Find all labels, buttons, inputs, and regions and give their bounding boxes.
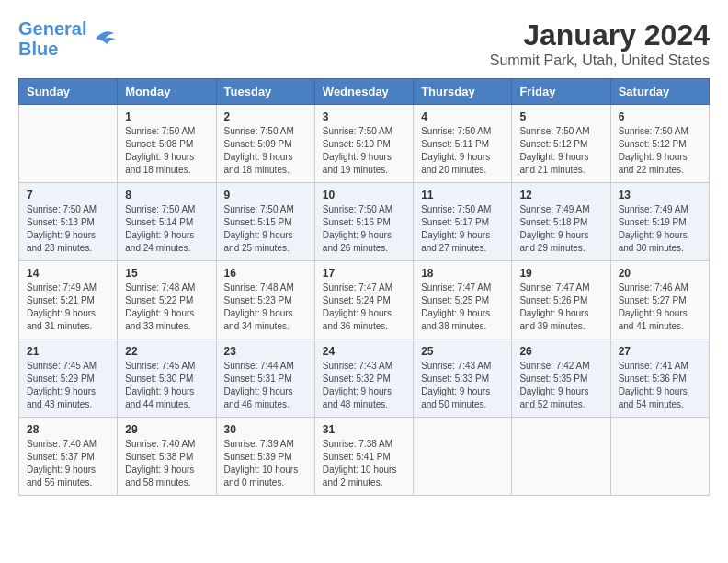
calendar-cell: 24Sunrise: 7:43 AMSunset: 5:32 PMDayligh… [314,339,413,418]
calendar-cell: 21Sunrise: 7:45 AMSunset: 5:29 PMDayligh… [19,339,118,418]
calendar-cell: 1Sunrise: 7:50 AMSunset: 5:08 PMDaylight… [118,105,216,183]
calendar-cell: 10Sunrise: 7:50 AMSunset: 5:16 PMDayligh… [314,183,413,261]
day-number: 17 [323,267,405,280]
calendar-cell: 11Sunrise: 7:50 AMSunset: 5:17 PMDayligh… [414,183,512,261]
cell-content: Sunrise: 7:50 AMSunset: 5:10 PMDaylight:… [323,125,405,177]
day-number: 10 [323,189,405,201]
calendar-week-row: 21Sunrise: 7:45 AMSunset: 5:29 PMDayligh… [19,339,710,418]
calendar-cell [610,418,709,496]
day-number: 9 [224,189,307,201]
weekday-header-monday: Monday [118,79,216,105]
weekday-header-tuesday: Tuesday [216,79,314,105]
calendar-cell: 27Sunrise: 7:41 AMSunset: 5:36 PMDayligh… [610,339,709,418]
calendar-body: 1Sunrise: 7:50 AMSunset: 5:08 PMDaylight… [19,105,710,496]
logo-text: GeneralBlue [18,18,86,59]
day-number: 22 [125,345,208,358]
day-number: 31 [323,423,405,436]
calendar-cell: 20Sunrise: 7:46 AMSunset: 5:27 PMDayligh… [610,261,709,339]
day-number: 12 [519,189,602,201]
calendar-cell: 13Sunrise: 7:49 AMSunset: 5:19 PMDayligh… [610,183,709,261]
day-number: 2 [224,110,307,123]
day-number: 20 [619,267,701,280]
title-block: January 2024 Summit Park, Utah, United S… [490,18,710,69]
cell-content: Sunrise: 7:47 AMSunset: 5:25 PMDaylight:… [421,282,504,333]
day-number: 27 [619,345,701,358]
day-number: 4 [421,110,504,123]
calendar-cell: 30Sunrise: 7:39 AMSunset: 5:39 PMDayligh… [216,418,314,496]
day-number: 18 [421,267,504,280]
day-number: 23 [224,345,307,358]
weekday-header-friday: Friday [512,79,610,105]
cell-content: Sunrise: 7:50 AMSunset: 5:16 PMDaylight:… [323,203,405,255]
calendar-cell: 6Sunrise: 7:50 AMSunset: 5:12 PMDaylight… [610,105,709,183]
calendar-cell [414,418,512,496]
cell-content: Sunrise: 7:50 AMSunset: 5:17 PMDaylight:… [421,203,504,255]
cell-content: Sunrise: 7:50 AMSunset: 5:15 PMDaylight:… [224,203,307,255]
calendar-cell: 8Sunrise: 7:50 AMSunset: 5:14 PMDaylight… [118,183,216,261]
cell-content: Sunrise: 7:50 AMSunset: 5:08 PMDaylight:… [125,125,208,177]
day-number: 26 [519,345,602,358]
cell-content: Sunrise: 7:50 AMSunset: 5:11 PMDaylight:… [421,125,504,177]
day-number: 14 [27,267,109,280]
cell-content: Sunrise: 7:48 AMSunset: 5:23 PMDaylight:… [224,282,307,333]
day-number: 28 [27,423,109,436]
cell-content: Sunrise: 7:50 AMSunset: 5:14 PMDaylight:… [125,203,208,255]
cell-content: Sunrise: 7:43 AMSunset: 5:32 PMDaylight:… [323,360,405,411]
weekday-header-row: SundayMondayTuesdayWednesdayThursdayFrid… [19,79,710,105]
cell-content: Sunrise: 7:50 AMSunset: 5:09 PMDaylight:… [224,125,307,177]
day-number: 15 [125,267,208,280]
weekday-header-sunday: Sunday [19,79,118,105]
cell-content: Sunrise: 7:44 AMSunset: 5:31 PMDaylight:… [224,360,307,411]
calendar-week-row: 28Sunrise: 7:40 AMSunset: 5:37 PMDayligh… [19,418,710,496]
cell-content: Sunrise: 7:40 AMSunset: 5:37 PMDaylight:… [27,438,109,489]
calendar-cell: 22Sunrise: 7:45 AMSunset: 5:30 PMDayligh… [118,339,216,418]
cell-content: Sunrise: 7:49 AMSunset: 5:18 PMDaylight:… [519,203,602,255]
calendar-cell: 31Sunrise: 7:38 AMSunset: 5:41 PMDayligh… [314,418,413,496]
main-title: January 2024 [490,18,710,52]
cell-content: Sunrise: 7:47 AMSunset: 5:26 PMDaylight:… [519,282,602,333]
calendar-cell: 4Sunrise: 7:50 AMSunset: 5:11 PMDaylight… [414,105,512,183]
calendar-cell: 7Sunrise: 7:50 AMSunset: 5:13 PMDaylight… [19,183,118,261]
day-number: 21 [27,345,109,358]
cell-content: Sunrise: 7:41 AMSunset: 5:36 PMDaylight:… [619,360,701,411]
cell-content: Sunrise: 7:50 AMSunset: 5:12 PMDaylight:… [619,125,701,177]
cell-content: Sunrise: 7:50 AMSunset: 5:12 PMDaylight:… [519,125,602,177]
cell-content: Sunrise: 7:43 AMSunset: 5:33 PMDaylight:… [421,360,504,411]
calendar-header: SundayMondayTuesdayWednesdayThursdayFrid… [19,79,710,105]
day-number: 6 [619,110,701,123]
calendar-cell: 28Sunrise: 7:40 AMSunset: 5:37 PMDayligh… [19,418,118,496]
calendar-cell: 25Sunrise: 7:43 AMSunset: 5:33 PMDayligh… [414,339,512,418]
cell-content: Sunrise: 7:39 AMSunset: 5:39 PMDaylight:… [224,438,307,489]
subtitle: Summit Park, Utah, United States [490,52,710,69]
day-number: 7 [27,189,109,201]
calendar-week-row: 7Sunrise: 7:50 AMSunset: 5:13 PMDaylight… [19,183,710,261]
cell-content: Sunrise: 7:46 AMSunset: 5:27 PMDaylight:… [619,282,701,333]
calendar-cell: 12Sunrise: 7:49 AMSunset: 5:18 PMDayligh… [512,183,610,261]
cell-content: Sunrise: 7:49 AMSunset: 5:19 PMDaylight:… [619,203,701,255]
cell-content: Sunrise: 7:38 AMSunset: 5:41 PMDaylight:… [323,438,405,489]
calendar-cell: 15Sunrise: 7:48 AMSunset: 5:22 PMDayligh… [118,261,216,339]
calendar-cell: 19Sunrise: 7:47 AMSunset: 5:26 PMDayligh… [512,261,610,339]
calendar-table: SundayMondayTuesdayWednesdayThursdayFrid… [18,78,710,496]
calendar-cell: 9Sunrise: 7:50 AMSunset: 5:15 PMDaylight… [216,183,314,261]
cell-content: Sunrise: 7:50 AMSunset: 5:13 PMDaylight:… [27,203,109,255]
calendar-week-row: 14Sunrise: 7:49 AMSunset: 5:21 PMDayligh… [19,261,710,339]
cell-content: Sunrise: 7:40 AMSunset: 5:38 PMDaylight:… [125,438,208,489]
cell-content: Sunrise: 7:45 AMSunset: 5:30 PMDaylight:… [125,360,208,411]
day-number: 30 [224,423,307,436]
calendar-cell [19,105,118,183]
calendar-cell: 18Sunrise: 7:47 AMSunset: 5:25 PMDayligh… [414,261,512,339]
calendar-cell [512,418,610,496]
cell-content: Sunrise: 7:47 AMSunset: 5:24 PMDaylight:… [323,282,405,333]
calendar-cell: 14Sunrise: 7:49 AMSunset: 5:21 PMDayligh… [19,261,118,339]
day-number: 5 [519,110,602,123]
calendar-cell: 26Sunrise: 7:42 AMSunset: 5:35 PMDayligh… [512,339,610,418]
calendar-cell: 29Sunrise: 7:40 AMSunset: 5:38 PMDayligh… [118,418,216,496]
calendar-cell: 5Sunrise: 7:50 AMSunset: 5:12 PMDaylight… [512,105,610,183]
day-number: 3 [323,110,405,123]
cell-content: Sunrise: 7:49 AMSunset: 5:21 PMDaylight:… [27,282,109,333]
day-number: 13 [619,189,701,201]
cell-content: Sunrise: 7:48 AMSunset: 5:22 PMDaylight:… [125,282,208,333]
day-number: 1 [125,110,208,123]
calendar-cell: 16Sunrise: 7:48 AMSunset: 5:23 PMDayligh… [216,261,314,339]
